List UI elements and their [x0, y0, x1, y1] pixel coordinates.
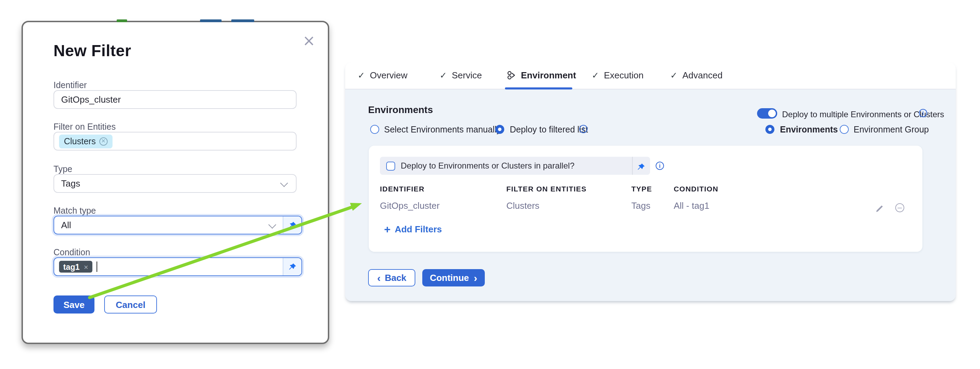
row-type: Tags	[632, 200, 651, 211]
chevron-down-icon	[280, 179, 288, 187]
toggle-knob	[768, 109, 776, 117]
radio-label: Environments	[780, 125, 838, 135]
info-icon[interactable]: i	[579, 125, 588, 133]
info-icon[interactable]: i	[655, 162, 664, 170]
active-tab-underline	[505, 87, 572, 89]
clusters-chip[interactable]: Clusters ✕	[59, 134, 113, 148]
radio-deploy-to-filtered-list[interactable]	[495, 125, 504, 134]
continue-label: Continue	[430, 272, 469, 283]
condition-label: Condition	[54, 248, 90, 257]
tab-overview[interactable]: ✓ Overview	[358, 62, 407, 88]
tag1-chip[interactable]: tag1 ×	[59, 261, 92, 272]
chip-remove-icon[interactable]: ✕	[99, 137, 108, 145]
background-fragment-green	[117, 19, 127, 22]
radio-label: Select Environments manually	[384, 125, 501, 135]
row-entities: Clusters	[506, 200, 539, 211]
radio-label: Deploy to filtered list	[510, 125, 588, 135]
filter-on-entities-input[interactable]: Clusters ✕	[54, 132, 297, 150]
chevron-left-icon: ‹	[377, 272, 380, 284]
divider	[632, 157, 633, 175]
continue-button[interactable]: Continue ›	[422, 269, 485, 287]
plus-icon: +	[384, 224, 391, 234]
check-icon: ✓	[440, 70, 447, 81]
background-fragment-blue-2	[231, 19, 254, 22]
back-label: Back	[385, 272, 406, 283]
back-button[interactable]: ‹ Back	[368, 269, 415, 287]
type-label: Type	[54, 165, 72, 174]
cancel-button[interactable]: Cancel	[104, 296, 157, 314]
type-value: Tags	[61, 178, 80, 188]
tab-label: Environment	[521, 70, 576, 81]
row-identifier: GitOps_cluster	[380, 200, 440, 211]
screenshot-stage: New Filter × Identifier GitOps_cluster F…	[0, 0, 980, 369]
radio-environments[interactable]	[765, 125, 775, 134]
tab-execution[interactable]: ✓ Execution	[592, 62, 643, 88]
match-type-select[interactable]: All	[54, 216, 302, 234]
modal-title: New Filter	[54, 42, 131, 60]
parallel-checkbox[interactable]	[386, 161, 395, 170]
match-type-label: Match type	[54, 206, 96, 216]
chevron-down-icon	[269, 221, 277, 229]
clusters-chip-label: Clusters	[64, 136, 96, 146]
col-header-condition: CONDITION	[674, 185, 719, 193]
add-filters-label: Add Filters	[395, 224, 442, 234]
identifier-label: Identifier	[54, 81, 87, 90]
col-header-entities: FILTER ON ENTITIES	[506, 185, 587, 193]
tab-environment[interactable]: Environment	[507, 62, 576, 88]
pencil-icon	[875, 204, 884, 213]
type-select[interactable]: Tags	[54, 174, 297, 193]
pin-icon	[288, 221, 297, 229]
col-header-type: TYPE	[632, 185, 652, 193]
background-fragment-blue-1	[200, 19, 221, 22]
tab-label: Service	[452, 70, 482, 81]
tab-label: Overview	[370, 70, 407, 81]
pin-icon	[288, 263, 297, 271]
add-filters-link[interactable]: + Add Filters	[384, 224, 442, 234]
tab-advanced[interactable]: ✓ Advanced	[670, 62, 723, 88]
tab-label: Advanced	[682, 70, 723, 81]
identifier-input[interactable]: GitOps_cluster	[54, 90, 297, 109]
pin-button[interactable]	[283, 258, 301, 276]
remove-filter-button[interactable]: −	[895, 203, 904, 212]
check-icon: ✓	[592, 70, 599, 81]
match-type-value: All	[61, 220, 71, 230]
check-icon: ✓	[358, 70, 365, 81]
save-button[interactable]: Save	[54, 296, 94, 314]
close-icon[interactable]: ×	[302, 33, 315, 49]
edit-filter-button[interactable]	[875, 203, 885, 213]
text-cursor	[97, 261, 97, 272]
pin-button[interactable]	[283, 216, 301, 234]
chip-remove-icon[interactable]: ×	[84, 263, 88, 271]
pin-button[interactable]	[637, 162, 645, 174]
chevron-right-icon: ›	[474, 272, 477, 284]
deploy-multiple-toggle[interactable]	[757, 108, 777, 119]
radio-select-environments-manually[interactable]	[370, 125, 379, 134]
environment-icon	[507, 71, 516, 80]
radio-label: Environment Group	[854, 125, 929, 135]
condition-input[interactable]: tag1 ×	[54, 257, 302, 276]
tab-label: Execution	[604, 70, 643, 81]
pin-icon	[637, 163, 645, 171]
filters-card: Deploy to Environments or Clusters in pa…	[369, 146, 922, 252]
tab-service[interactable]: ✓ Service	[440, 62, 482, 88]
pipeline-stage-panel: ✓ Overview ✓ Service Environment ✓ Execu…	[345, 62, 956, 301]
info-icon[interactable]: i	[919, 109, 927, 117]
check-icon: ✓	[670, 70, 678, 81]
identifier-value: GitOps_cluster	[61, 94, 121, 105]
environments-heading: Environments	[368, 104, 433, 115]
radio-environment-group[interactable]	[840, 125, 849, 134]
stage-tabbar: ✓ Overview ✓ Service Environment ✓ Execu…	[345, 62, 956, 89]
parallel-option-bar: Deploy to Environments or Clusters in pa…	[380, 157, 650, 175]
tag1-chip-label: tag1	[63, 263, 80, 271]
new-filter-modal: New Filter × Identifier GitOps_cluster F…	[22, 21, 329, 344]
filter-on-entities-label: Filter on Entities	[54, 122, 116, 132]
col-header-identifier: IDENTIFIER	[380, 185, 425, 193]
row-condition: All - tag1	[674, 200, 710, 211]
parallel-label: Deploy to Environments or Clusters in pa…	[401, 157, 574, 175]
